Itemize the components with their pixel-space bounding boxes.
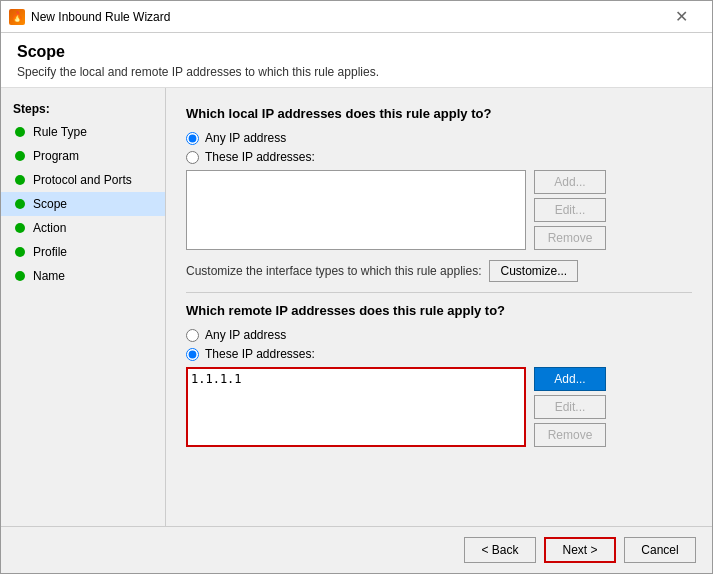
local-these-radio-row: These IP addresses: bbox=[186, 150, 692, 164]
page-title: Scope bbox=[17, 43, 696, 61]
local-these-radio[interactable] bbox=[186, 151, 199, 164]
sidebar-item-program[interactable]: Program bbox=[1, 144, 165, 168]
remote-side-buttons: Add... Edit... Remove bbox=[534, 367, 606, 447]
remote-these-radio-row: These IP addresses: bbox=[186, 347, 692, 361]
cancel-button[interactable]: Cancel bbox=[624, 537, 696, 563]
remote-ip-box-row: Add... Edit... Remove bbox=[186, 367, 692, 447]
next-button[interactable]: Next > bbox=[544, 537, 616, 563]
step-dot bbox=[15, 199, 25, 209]
local-remove-button[interactable]: Remove bbox=[534, 226, 606, 250]
footer: < Back Next > Cancel bbox=[1, 526, 712, 573]
remote-ip-radio-group: Any IP address These IP addresses: bbox=[186, 328, 692, 361]
step-dot bbox=[15, 127, 25, 137]
remote-these-label[interactable]: These IP addresses: bbox=[205, 347, 315, 361]
customize-button[interactable]: Customize... bbox=[489, 260, 578, 282]
sidebar-item-name[interactable]: Name bbox=[1, 264, 165, 288]
remote-ip-textarea[interactable] bbox=[186, 367, 526, 447]
sidebar-item-label: Profile bbox=[33, 245, 67, 259]
sidebar-item-protocol-ports[interactable]: Protocol and Ports bbox=[1, 168, 165, 192]
main-panel: Which local IP addresses does this rule … bbox=[166, 88, 712, 526]
sidebar-item-label: Program bbox=[33, 149, 79, 163]
sidebar-item-action[interactable]: Action bbox=[1, 216, 165, 240]
remote-any-radio-row: Any IP address bbox=[186, 328, 692, 342]
step-dot bbox=[15, 247, 25, 257]
sidebar-item-label: Rule Type bbox=[33, 125, 87, 139]
remote-add-button[interactable]: Add... bbox=[534, 367, 606, 391]
local-any-radio[interactable] bbox=[186, 132, 199, 145]
sidebar-item-label: Name bbox=[33, 269, 65, 283]
sidebar-item-scope[interactable]: Scope bbox=[1, 192, 165, 216]
back-button[interactable]: < Back bbox=[464, 537, 536, 563]
main-window: 🔥 New Inbound Rule Wizard ✕ Scope Specif… bbox=[0, 0, 713, 574]
remote-edit-button[interactable]: Edit... bbox=[534, 395, 606, 419]
local-ip-title: Which local IP addresses does this rule … bbox=[186, 106, 692, 121]
app-icon: 🔥 bbox=[9, 9, 25, 25]
local-ip-box-row: Add... Edit... Remove bbox=[186, 170, 692, 250]
sidebar-item-label: Scope bbox=[33, 197, 67, 211]
step-dot bbox=[15, 151, 25, 161]
sidebar-item-label: Protocol and Ports bbox=[33, 173, 132, 187]
local-edit-button[interactable]: Edit... bbox=[534, 198, 606, 222]
remote-any-label[interactable]: Any IP address bbox=[205, 328, 286, 342]
local-add-button[interactable]: Add... bbox=[534, 170, 606, 194]
section-divider bbox=[186, 292, 692, 293]
local-these-label[interactable]: These IP addresses: bbox=[205, 150, 315, 164]
sidebar-item-label: Action bbox=[33, 221, 66, 235]
sidebar-item-rule-type[interactable]: Rule Type bbox=[1, 120, 165, 144]
title-bar: 🔥 New Inbound Rule Wizard ✕ bbox=[1, 1, 712, 33]
sidebar: Steps: Rule Type Program Protocol and Po… bbox=[1, 88, 166, 526]
header: Scope Specify the local and remote IP ad… bbox=[1, 33, 712, 88]
remote-remove-button[interactable]: Remove bbox=[534, 423, 606, 447]
local-side-buttons: Add... Edit... Remove bbox=[534, 170, 606, 250]
step-dot bbox=[15, 223, 25, 233]
local-any-radio-row: Any IP address bbox=[186, 131, 692, 145]
remote-ip-title: Which remote IP addresses does this rule… bbox=[186, 303, 692, 318]
local-any-label[interactable]: Any IP address bbox=[205, 131, 286, 145]
page-subtitle: Specify the local and remote IP addresse… bbox=[17, 65, 696, 79]
close-button[interactable]: ✕ bbox=[658, 1, 704, 33]
local-ip-radio-group: Any IP address These IP addresses: bbox=[186, 131, 692, 164]
customize-row: Customize the interface types to which t… bbox=[186, 260, 692, 282]
local-ip-textarea[interactable] bbox=[186, 170, 526, 250]
window-title: New Inbound Rule Wizard bbox=[31, 10, 658, 24]
remote-any-radio[interactable] bbox=[186, 329, 199, 342]
step-dot bbox=[15, 175, 25, 185]
sidebar-item-profile[interactable]: Profile bbox=[1, 240, 165, 264]
remote-these-radio[interactable] bbox=[186, 348, 199, 361]
step-dot bbox=[15, 271, 25, 281]
content-area: Steps: Rule Type Program Protocol and Po… bbox=[1, 88, 712, 526]
sidebar-label: Steps: bbox=[1, 98, 165, 120]
customize-label: Customize the interface types to which t… bbox=[186, 264, 481, 278]
